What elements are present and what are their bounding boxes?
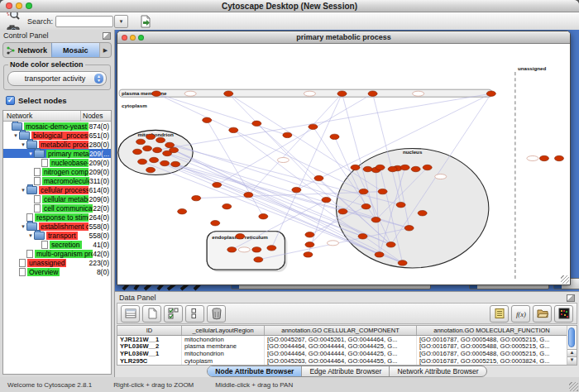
network-node[interactable] (358, 234, 367, 239)
network-node[interactable] (223, 203, 232, 208)
tree-expander-icon[interactable]: ▼ (20, 224, 26, 229)
network-node[interactable] (314, 175, 323, 180)
network-node[interactable] (252, 121, 261, 126)
network-tree-row[interactable]: secretion41(0) (3, 240, 111, 249)
network-view-titlebar[interactable]: primary metabolic process (117, 31, 570, 44)
network-node[interactable] (146, 134, 156, 139)
network-node[interactable] (224, 91, 233, 96)
network-node[interactable] (359, 189, 368, 194)
column-header[interactable]: _cellularLayoutRegion (182, 326, 265, 335)
zoom-button[interactable] (26, 2, 32, 9)
network-node[interactable] (136, 139, 146, 144)
network-node[interactable] (486, 91, 495, 96)
attribute-matrix-icon[interactable] (554, 305, 573, 323)
network-canvas[interactable]: plasma membranecytoplasmmitochondrionnuc… (117, 44, 570, 284)
network-node[interactable] (146, 167, 156, 172)
network-tree-row[interactable]: multi-organism pro42(0) (3, 249, 111, 258)
network-node[interactable] (211, 221, 220, 226)
network-node[interactable] (388, 166, 397, 171)
minimize-button[interactable] (130, 35, 136, 41)
network-node[interactable] (375, 252, 384, 257)
network-node[interactable] (213, 182, 222, 187)
network-tree-row[interactable]: ▼biological_process651(0) (3, 131, 111, 140)
scroll-down-icon[interactable]: ▼ (567, 356, 577, 365)
network-node[interactable] (236, 234, 245, 239)
network-node[interactable] (165, 142, 175, 147)
tab-overflow-arrow[interactable]: ▶ (99, 43, 111, 57)
network-node[interactable] (171, 161, 180, 166)
window-resize-grip[interactable] (569, 382, 578, 391)
table-row[interactable]: YKR052Ccytoplasm[GO:0044464, GO:0044446,… (117, 364, 567, 366)
network-node[interactable] (283, 132, 292, 137)
network-node[interactable] (160, 160, 170, 165)
column-network[interactable]: Network (3, 111, 81, 121)
network-node[interactable] (423, 165, 432, 170)
network-node[interactable] (418, 210, 427, 215)
import-attributes-icon[interactable] (533, 305, 552, 323)
network-node[interactable] (396, 202, 405, 207)
network-node[interactable] (386, 242, 395, 247)
network-tree-row[interactable]: ▼transport558(0) (3, 231, 111, 240)
network-node[interactable] (378, 189, 387, 194)
network-node[interactable] (376, 165, 385, 170)
tree-expander-icon[interactable]: ▼ (20, 188, 26, 193)
network-node[interactable] (156, 137, 165, 142)
delete-attribute-icon[interactable] (207, 305, 226, 323)
column-header[interactable]: annotation.GO CELLULAR_COMPONENT (265, 326, 417, 335)
network-node[interactable] (337, 91, 347, 96)
network-tree-row[interactable]: unassigned223(0) (3, 258, 111, 267)
network-node[interactable] (192, 195, 201, 200)
search-input[interactable] (55, 16, 113, 27)
column-header[interactable]: ID (117, 326, 182, 335)
network-node[interactable] (138, 159, 147, 164)
table-row[interactable]: YPL036W__2plasma membrane[GO:0044464, GO… (117, 343, 567, 351)
tab-node-attribute-browser[interactable]: Node Attribute Browser (208, 366, 302, 376)
network-node[interactable] (203, 117, 212, 122)
network-node[interactable] (368, 91, 377, 96)
network-node[interactable] (404, 226, 414, 231)
column-nodes[interactable]: Nodes (81, 111, 111, 121)
network-node[interactable] (400, 165, 409, 170)
import-network-icon[interactable] (136, 14, 155, 30)
create-attribute-icon[interactable] (142, 305, 161, 323)
network-node[interactable] (178, 208, 187, 213)
network-node[interactable] (252, 247, 261, 252)
network-tree-row[interactable]: macromolecule311(0) (3, 176, 111, 185)
select-nodes-checkbox[interactable]: ✓ (6, 96, 15, 105)
network-node[interactable] (322, 197, 331, 202)
network-node[interactable] (371, 218, 380, 222)
tab-network[interactable]: Network (3, 43, 51, 57)
network-node[interactable] (554, 155, 563, 160)
network-tree-row[interactable]: ▼primary metabo209(... (3, 149, 111, 158)
attribute-notes-icon[interactable] (490, 305, 509, 323)
tree-expander-icon[interactable]: ▼ (20, 142, 26, 147)
network-node[interactable] (363, 166, 372, 171)
network-node[interactable] (267, 246, 276, 251)
network-node[interactable] (361, 203, 371, 208)
float-panel-icon[interactable] (103, 32, 111, 40)
minimize-button[interactable] (16, 2, 22, 9)
network-node[interactable] (150, 157, 159, 162)
network-node[interactable] (398, 261, 407, 265)
network-node[interactable] (152, 91, 161, 96)
network-node[interactable] (411, 166, 420, 171)
tab-mosaic[interactable]: Mosaic (51, 43, 100, 57)
network-node[interactable] (305, 232, 314, 237)
network-node[interactable] (229, 127, 238, 132)
table-row[interactable]: YJR121W__1mitochondrion[GO:0045267, GO:0… (117, 336, 567, 343)
network-node[interactable] (304, 252, 313, 257)
unselect-all-attributes-icon[interactable] (185, 305, 204, 323)
network-node[interactable] (259, 214, 268, 219)
network-tree-row[interactable]: response to stimulu264(0) (3, 213, 111, 222)
network-tree-row[interactable]: Overview8(0) (3, 267, 111, 276)
network-node[interactable] (143, 146, 152, 151)
formula-builder-icon[interactable]: f(x) (511, 305, 530, 323)
network-tree-row[interactable]: nitrogen compo209(0) (3, 167, 111, 176)
network-node[interactable] (133, 149, 142, 154)
close-button[interactable] (6, 2, 12, 9)
network-tree-row[interactable]: ▼establishment of lo558(0) (3, 222, 111, 231)
network-node[interactable] (539, 155, 548, 160)
network-node[interactable] (305, 242, 314, 247)
network-node[interactable] (254, 257, 263, 262)
network-tree-row[interactable]: ▼metabolic process280(0) (3, 140, 111, 149)
